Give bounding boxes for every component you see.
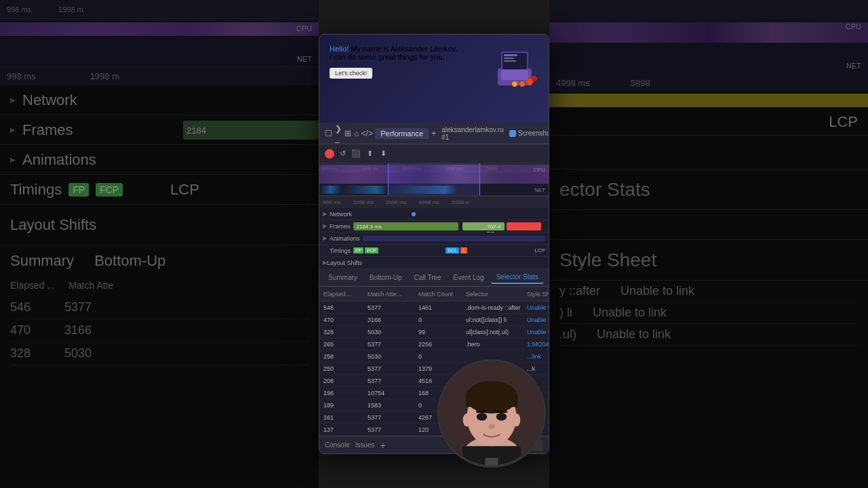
cell-elapsed-10: 161 bbox=[321, 414, 366, 421]
svg-rect-5 bbox=[504, 60, 516, 62]
cell-sheet-3[interactable]: Unable to link bbox=[525, 329, 549, 336]
website-btn[interactable]: Let's check! bbox=[330, 68, 372, 79]
col-match-attempts[interactable]: Match Atte... bbox=[366, 291, 416, 298]
network-indicator bbox=[412, 212, 416, 216]
cell-elapsed-4: 265 bbox=[321, 341, 366, 348]
cell-selector-4: .hero bbox=[464, 341, 525, 348]
bg-r-cpu-area: CPU bbox=[549, 19, 868, 60]
cell-elapsed-2: 470 bbox=[321, 317, 366, 323]
col-style-sheet: Style Sheet bbox=[525, 291, 549, 298]
cell-match-att-6: 5377 bbox=[366, 365, 416, 372]
bg-right-content: CPU NET 4998 ms 5998 LCP ector Stats Sty… bbox=[549, 0, 868, 488]
download-icon[interactable]: ⬇ bbox=[378, 148, 389, 159]
bg-badge-fcp: FCP bbox=[96, 183, 123, 197]
bg-network-arrow: ▶ bbox=[10, 96, 16, 104]
tab-summary[interactable]: Summary bbox=[323, 272, 363, 283]
cell-elapsed-8: 196 bbox=[321, 390, 366, 396]
frames-bar-3 bbox=[507, 222, 541, 230]
bg-frames-section: ▶ Frames 2184 bbox=[0, 115, 319, 145]
table-row[interactable]: 258 5030 0 ...link bbox=[319, 350, 549, 363]
svg-point-18 bbox=[496, 413, 507, 421]
cell-match-att-1: 5377 bbox=[366, 304, 416, 311]
timeline-ms-bottom: 998 ms 1998 ms 2998 ms 4998 ms 5998 m bbox=[319, 196, 549, 208]
bg-network-label: Network bbox=[22, 92, 77, 109]
minimap-selection[interactable] bbox=[388, 163, 479, 195]
bg-frames-arrow: ▶ bbox=[10, 126, 16, 134]
performance-tab[interactable]: Performance bbox=[375, 128, 429, 139]
screenshots-checkbox[interactable] bbox=[509, 130, 516, 137]
table-row[interactable]: 470 3166 0 ul:not([class]) li Unable to … bbox=[319, 314, 549, 326]
bg-cell-5030: 5030 bbox=[64, 346, 92, 361]
bg-col-elapsed: Elapsed ... bbox=[10, 280, 55, 291]
animations-track-label: Animations bbox=[330, 235, 360, 242]
svg-rect-16 bbox=[466, 397, 518, 407]
bg-r-row-3: .ul) Unable to link bbox=[559, 324, 858, 346]
minimap-cpu-label: CPU bbox=[534, 167, 545, 173]
svg-rect-20 bbox=[496, 411, 507, 413]
bg-tab-summary: Summary bbox=[10, 252, 74, 270]
reload-record-icon[interactable]: ↺ bbox=[337, 148, 348, 159]
bg-r-data-rows: y ::after Unable to link ) li Unable to … bbox=[549, 281, 868, 346]
inspector-icon[interactable]: ☐ bbox=[325, 128, 332, 139]
cell-elapsed-5: 258 bbox=[321, 353, 366, 360]
cell-sheet-2[interactable]: Unable to link bbox=[525, 317, 549, 323]
person-face-image bbox=[439, 359, 544, 468]
frames-track: ▶ Frames 2184.3 ms 707.4 ms bbox=[319, 220, 549, 232]
cell-match-att-5: 5030 bbox=[366, 353, 416, 360]
tabs-bar: Summary Bottom-Up Call Tree Event Log Se… bbox=[319, 269, 549, 287]
animations-bar-container bbox=[363, 235, 545, 243]
add-tab-icon[interactable]: + bbox=[431, 128, 436, 139]
bg-cell-3166: 3166 bbox=[64, 323, 92, 338]
tab-bottom-up[interactable]: Bottom-Up bbox=[364, 272, 408, 283]
bg-r-net-bar: NET bbox=[549, 60, 868, 73]
toolbar-screenshots: Screenshots bbox=[509, 129, 549, 137]
home-icon[interactable]: ⌂ bbox=[354, 128, 359, 139]
console-icon[interactable]: ❯_ bbox=[335, 128, 342, 139]
svg-point-22 bbox=[463, 413, 471, 426]
svg-rect-24 bbox=[485, 458, 498, 466]
table-row[interactable]: 328 5030 99 ul[class]:not(.ul) Unable to… bbox=[319, 326, 549, 338]
record-button[interactable] bbox=[325, 149, 334, 159]
cell-selector-1: .dom-is-ready ::after bbox=[464, 304, 525, 311]
bg-r-unable-3: Unable to link bbox=[597, 327, 671, 342]
tab-event-log[interactable]: Event Log bbox=[448, 272, 490, 283]
frames-arrow-icon: ▶ bbox=[323, 223, 327, 229]
console-tab[interactable]: Console bbox=[325, 441, 350, 449]
robot-icon bbox=[491, 41, 538, 89]
bg-r-timings-row: LCP bbox=[549, 108, 868, 136]
website-preview: Hello! My name is Aleksander Lamkov. I c… bbox=[319, 35, 549, 123]
btm-ms-998: 998 ms bbox=[323, 199, 340, 205]
svg-point-21 bbox=[488, 424, 495, 429]
add-panel-icon[interactable]: + bbox=[380, 440, 386, 451]
bg-frames-value: 2184 bbox=[186, 125, 206, 136]
svg-point-7 bbox=[512, 81, 517, 87]
cell-sheet-5[interactable]: ...link bbox=[525, 353, 549, 360]
cell-sheet-4[interactable]: 1:58204 bbox=[525, 341, 549, 348]
tab-call-tree[interactable]: Call Tree bbox=[409, 272, 447, 283]
bg-timings-label: Timings bbox=[10, 181, 62, 199]
source-icon[interactable]: ⊞ bbox=[344, 128, 351, 139]
table-row[interactable]: 546 5377 1461 .dom-is-ready ::after Unab… bbox=[319, 302, 549, 314]
cell-sheet-1[interactable]: Unable to link bbox=[525, 304, 549, 311]
tab-selector-stats[interactable]: Selector Stats bbox=[491, 271, 544, 284]
upload-icon[interactable]: ⬆ bbox=[364, 148, 375, 159]
col-elapsed[interactable]: Elapsed ... bbox=[321, 291, 366, 298]
bg-cell-546: 546 bbox=[10, 300, 31, 314]
cell-match-att-10: 5377 bbox=[366, 414, 416, 421]
issues-tab[interactable]: Issues bbox=[355, 441, 375, 449]
fcp-badge: FCP bbox=[365, 247, 378, 253]
bg-ms-998: 998 ms bbox=[7, 5, 31, 14]
table-row[interactable]: 265 5377 2256 .hero 1:58204 bbox=[319, 338, 549, 350]
bg-badge-lcp: LCP bbox=[170, 181, 199, 199]
cell-elapsed-1: 546 bbox=[321, 304, 366, 311]
code-icon[interactable]: </> bbox=[361, 128, 372, 139]
bg-r-ss-label: Style Sheet bbox=[559, 249, 656, 271]
svg-point-8 bbox=[519, 81, 525, 87]
clear-icon[interactable]: ⬛ bbox=[351, 148, 361, 159]
devtools-toolbar: ☐ ❯_ ⊞ ⌂ </> Performance + aleksanderlam… bbox=[319, 123, 549, 144]
bg-frames-label: Frames bbox=[22, 121, 73, 139]
bg-data-row-1: 546 5377 bbox=[10, 296, 309, 319]
cell-elapsed-7: 208 bbox=[321, 378, 366, 384]
video-overlay bbox=[437, 359, 546, 468]
network-track-label: Network bbox=[330, 211, 352, 218]
